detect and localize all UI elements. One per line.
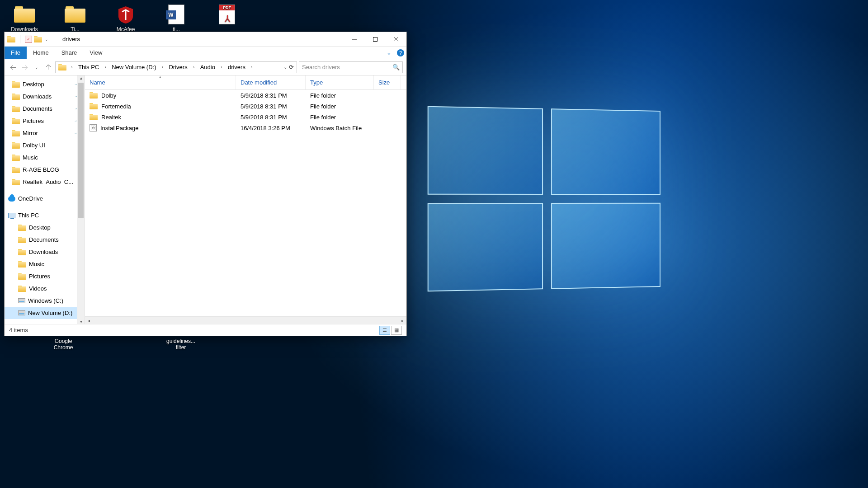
qat-new-folder-icon[interactable] (34, 36, 42, 42)
nav-thispc-item[interactable]: Desktop (5, 221, 85, 234)
window-title: drivers (62, 36, 80, 42)
minimize-button[interactable] (344, 32, 365, 46)
up-button[interactable]: 🡡 (43, 62, 53, 73)
folder-icon (18, 273, 26, 280)
search-box[interactable]: 🔍 (299, 61, 403, 73)
nav-item-label: Downloads (29, 249, 58, 255)
navigation-pane[interactable]: Desktop📌Downloads📌Documents📌Pictures📌Mir… (5, 75, 85, 324)
nav-thispc-item[interactable]: Documents (5, 234, 85, 246)
chevron-right-icon[interactable]: › (218, 65, 225, 70)
nav-thispc-item[interactable]: Music (5, 258, 85, 270)
tab-file[interactable]: File (5, 47, 27, 59)
column-date[interactable]: Date modified (236, 75, 306, 89)
nav-quick-item[interactable]: Pictures📌 (5, 115, 85, 127)
file-row[interactable]: Fortemedia5/9/2018 8:31 PMFile folder (85, 101, 406, 112)
desktop-icon[interactable]: Downloads (8, 4, 41, 33)
nav-quick-item[interactable]: Dolby UI (5, 139, 85, 151)
nav-quick-item[interactable]: Mirror📌 (5, 127, 85, 139)
nav-item-label: Mirror (23, 130, 38, 136)
folder-icon (18, 286, 26, 292)
desktop-icon[interactable]: PDF⅄ (211, 4, 243, 33)
chevron-right-icon[interactable]: › (102, 65, 109, 70)
mcafee-icon (115, 4, 137, 25)
breadcrumb-segment[interactable]: drivers (225, 62, 248, 73)
scroll-left-icon[interactable]: ◂ (85, 318, 93, 323)
titlebar[interactable]: ✓ ⌄ drivers (5, 32, 406, 47)
nav-thispc-item[interactable]: Windows (C:) (5, 295, 85, 307)
column-headers: ▴ Name Date modified Type Size (85, 75, 406, 90)
search-input[interactable] (302, 64, 392, 70)
tab-home[interactable]: Home (27, 47, 55, 59)
nav-quick-item[interactable]: R-AGE BLOG (5, 164, 85, 176)
svg-rect-1 (373, 37, 377, 41)
ribbon-collapse-icon[interactable]: ⌄ (383, 47, 395, 59)
refresh-icon[interactable]: ⟳ (289, 64, 294, 70)
qat-dropdown-icon[interactable]: ⌄ (44, 37, 49, 42)
tab-share[interactable]: Share (55, 47, 84, 59)
file-row[interactable]: Dolby5/9/2018 8:31 PMFile folder (85, 90, 406, 101)
chevron-right-icon[interactable]: › (190, 65, 198, 70)
file-type: Windows Batch File (306, 125, 374, 131)
nav-thispc-item[interactable]: New Volume (D:) (5, 307, 85, 319)
chevron-right-icon[interactable]: › (248, 65, 255, 70)
taskbar-label (104, 338, 140, 351)
scroll-up-icon[interactable]: ▴ (80, 75, 82, 80)
address-dropdown-icon[interactable]: ⌄ (283, 65, 287, 70)
navpane-scrollbar[interactable]: ▴ ▾ (77, 75, 85, 324)
file-date: 5/9/2018 8:31 PM (236, 103, 306, 110)
nav-thispc-item[interactable]: Downloads (5, 246, 85, 258)
breadcrumb-segment[interactable]: This PC (75, 62, 102, 73)
nav-onedrive[interactable]: OneDrive (5, 192, 85, 205)
forward-button[interactable]: 🡢 (20, 62, 30, 73)
column-size[interactable]: Size (374, 75, 401, 89)
file-row[interactable]: ⚙InstallPackage16/4/2018 3:26 PMWindows … (85, 122, 406, 133)
nav-this-pc[interactable]: This PC (5, 209, 85, 221)
nav-quick-item[interactable]: Music (5, 151, 85, 164)
nav-thispc-item[interactable]: Videos (5, 282, 85, 295)
nav-quick-item[interactable]: Downloads📌 (5, 90, 85, 103)
file-name: Dolby (101, 92, 116, 99)
maximize-button[interactable] (365, 32, 386, 46)
breadcrumb-segment[interactable]: Audio (198, 62, 218, 73)
nav-quick-item[interactable]: Desktop📌 (5, 78, 85, 90)
view-details-button[interactable]: ☰ (379, 326, 390, 335)
horizontal-scrollbar[interactable]: ◂ ▸ (85, 316, 406, 324)
file-name: Fortemedia (101, 103, 131, 110)
chevron-right-icon[interactable]: › (159, 65, 166, 70)
nav-item-label: Documents (29, 236, 59, 243)
nav-quick-item[interactable]: Documents📌 (5, 103, 85, 115)
column-type[interactable]: Type (306, 75, 374, 89)
view-thumbnails-button[interactable]: ▦ (391, 326, 402, 335)
address-bar[interactable]: › This PC›New Volume (D:)›Drivers›Audio›… (55, 61, 297, 73)
close-button[interactable] (386, 32, 406, 46)
file-row[interactable]: Realtek5/9/2018 8:31 PMFile folder (85, 112, 406, 122)
tab-view[interactable]: View (83, 47, 108, 59)
breadcrumb-segment[interactable]: Drivers (166, 62, 190, 73)
recent-locations-icon[interactable]: ⌄ (32, 62, 42, 73)
nav-thispc-item[interactable]: Pictures (5, 270, 85, 282)
help-button[interactable]: ? (395, 47, 406, 59)
folder-icon (7, 36, 15, 42)
desktop-icon[interactable]: McAfee (109, 4, 142, 33)
nav-item-label: Windows (C:) (28, 297, 63, 304)
column-name[interactable]: ▴ Name (85, 75, 236, 89)
file-name: InstallPackage (100, 125, 139, 131)
scrollbar-track[interactable] (93, 317, 399, 324)
status-bar: 4 items ☰ ▦ (5, 324, 406, 336)
folder-icon (18, 237, 26, 243)
breadcrumb-segment[interactable]: New Volume (D:) (109, 62, 159, 73)
nav-item-label: Videos (29, 285, 47, 292)
desktop-icon[interactable]: Wti... (160, 4, 193, 33)
scroll-right-icon[interactable]: ▸ (399, 318, 406, 323)
nav-item-label: Pictures (29, 273, 50, 280)
sort-ascending-icon: ▴ (159, 75, 161, 79)
scroll-down-icon[interactable]: ▾ (80, 319, 82, 324)
back-button[interactable]: 🡠 (8, 62, 18, 73)
qat-properties-icon[interactable]: ✓ (25, 36, 32, 43)
chevron-right-icon[interactable]: › (68, 65, 75, 70)
nav-item-label: R-AGE BLOG (23, 166, 59, 173)
desktop-icon[interactable]: Ti... (59, 4, 91, 33)
scrollbar-thumb[interactable] (78, 83, 84, 218)
file-date: 5/9/2018 8:31 PM (236, 114, 306, 121)
nav-quick-item[interactable]: Realtek_Audio_C... (5, 176, 85, 188)
